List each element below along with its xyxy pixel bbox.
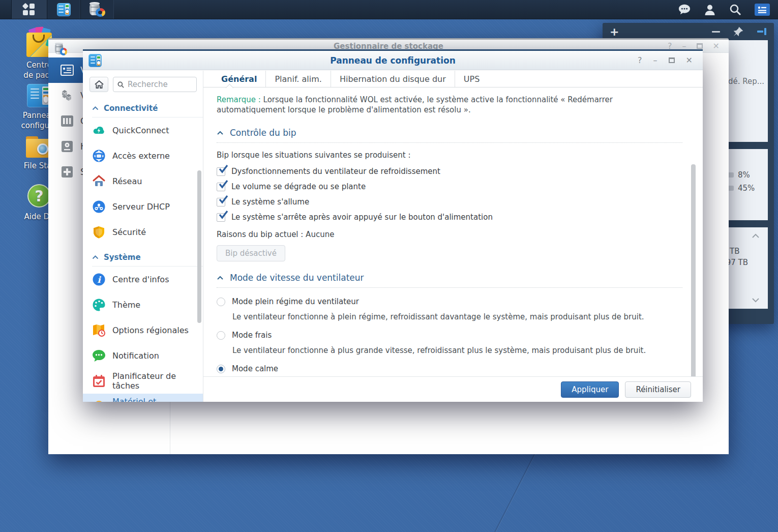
search-input[interactable] [128, 80, 192, 89]
control-panel-app-icon [88, 54, 102, 67]
search-box[interactable] [113, 77, 197, 92]
minimize-widgets-icon[interactable] [712, 31, 720, 33]
beep-checkbox-row[interactable]: Le système s'allume [217, 197, 682, 206]
tab-ups[interactable]: UPS [455, 71, 489, 87]
tab-power-schedule[interactable]: Planif. alim. [265, 71, 331, 87]
checkbox-checked[interactable] [217, 167, 225, 176]
collapse-icon [217, 276, 224, 280]
checkbox-label: Le volume se dégrade ou se plante [231, 182, 366, 191]
taskbar-control-panel-button[interactable] [47, 0, 80, 19]
close-icon[interactable]: ✕ [686, 56, 693, 65]
sidebar-item-theme[interactable]: Thème [83, 292, 203, 317]
quickconnect-icon [92, 124, 106, 137]
reset-button[interactable]: Réinitialiser [625, 381, 691, 398]
pin-icon[interactable] [732, 25, 744, 38]
section-connectivity[interactable]: Connectivité [83, 102, 203, 115]
home-button[interactable] [89, 77, 108, 92]
radio-label: Mode calme [232, 364, 278, 373]
dhcp-icon [92, 200, 106, 214]
cpu-percent: 8% [738, 170, 750, 180]
checkbox-checked[interactable] [217, 213, 225, 222]
sidebar-item-external-access[interactable]: Accès externe [83, 143, 203, 168]
widget-partial-text: dé. Rep... [728, 77, 764, 86]
main-menu-button[interactable] [11, 0, 47, 19]
beep-off-button[interactable]: Bip désactivé [217, 245, 285, 261]
help-icon[interactable]: ? [638, 56, 642, 65]
beep-checkbox-row[interactable]: Dysfonctionnements du ventilateur de ref… [217, 167, 682, 176]
user-icon[interactable] [704, 4, 716, 16]
chevron-up-icon[interactable] [752, 233, 760, 239]
widgets-toggle-button[interactable] [755, 4, 770, 16]
storage-size-1: TB [730, 247, 739, 256]
maximize-icon[interactable] [697, 43, 703, 49]
sidebar-item-notification[interactable]: Notification [83, 343, 203, 368]
collapse-icon [217, 131, 224, 135]
taskbar-storage-manager-button[interactable] [80, 0, 114, 19]
apply-button[interactable]: Appliquer [561, 381, 619, 398]
beep-checkbox-row[interactable]: Le volume se dégrade ou se plante [217, 182, 682, 191]
checkbox-label: Dysfonctionnements du ventilateur de ref… [231, 167, 440, 176]
notifications-icon[interactable] [678, 4, 691, 16]
sidebar-item-label: Serveur DHCP [112, 202, 170, 212]
fan-option-quiet[interactable]: Mode calme [217, 364, 682, 374]
sidebar-item-label: Matériel et alimentation [112, 397, 203, 402]
sidebar-item-label: Options régionales [112, 326, 189, 335]
add-widget-icon[interactable]: + [610, 25, 619, 38]
close-icon[interactable]: ✕ [713, 42, 720, 50]
panel-layout-icon[interactable] [757, 27, 767, 36]
wol-remark: Remarque : Lorsque la fonctionnalité WOL… [217, 95, 677, 115]
beep-reason: Raisons du bip actuel : Aucune [217, 230, 682, 239]
sidebar-item-security[interactable]: Sécurité [83, 219, 203, 245]
tab-label: Planif. alim. [275, 74, 322, 84]
chevron-down-icon[interactable] [752, 298, 760, 303]
checkbox-checked[interactable] [217, 198, 225, 206]
search-icon [117, 81, 124, 88]
network-icon [92, 174, 106, 188]
sidebar-scrollbar[interactable] [197, 170, 201, 323]
sidebar-item-task-scheduler[interactable]: Planificateur de tâches [83, 368, 203, 394]
fan-section-header[interactable]: Mode de vitesse du ventilateur [217, 273, 682, 283]
info-icon: i [92, 273, 106, 286]
sidebar-item-quickconnect[interactable]: QuickConnect [83, 117, 203, 143]
sidebar-item-label: Thème [112, 300, 140, 310]
fan-option-cool[interactable]: Mode frais [217, 330, 682, 340]
minimize-icon[interactable]: – [653, 56, 657, 65]
sidebar-item-info-center[interactable]: i Centre d'infos [83, 267, 203, 292]
beep-section-header[interactable]: Contrôle du bip [217, 128, 682, 138]
tab-general[interactable]: Général [213, 71, 265, 87]
section-system[interactable]: Système [83, 251, 203, 264]
tab-label: Hibernation du disque dur [340, 74, 446, 84]
sidebar-item-dhcp-server[interactable]: Serveur DHCP [83, 194, 203, 219]
sidebar-item-regional-options[interactable]: Options régionales [83, 317, 203, 343]
main-menu-icon [23, 4, 35, 16]
tab-hdd-hibernation[interactable]: Hibernation du disque dur [331, 71, 455, 87]
control-panel-titlebar[interactable]: Panneau de configuration ? – ✕ [83, 51, 703, 70]
search-icon[interactable] [729, 4, 741, 16]
home-icon [94, 80, 104, 89]
overview-icon [61, 65, 74, 76]
control-panel-window[interactable]: Panneau de configuration ? – ✕ [83, 49, 703, 402]
beep-checkbox-row[interactable]: Le système s'arrête après avoir appuyé s… [217, 213, 682, 222]
radio-selected[interactable] [217, 365, 225, 373]
checkbox-label: Le système s'arrête après avoir appuyé s… [231, 213, 493, 222]
fan-option-description: Le ventilateur fonctionne à plein régime… [232, 312, 682, 321]
desktop-wallpaper-seam [492, 446, 539, 532]
tab-label: UPS [464, 74, 480, 84]
radio-label: Mode frais [232, 331, 272, 340]
sidebar-item-network[interactable]: Réseau [83, 168, 203, 194]
content-scrollbar[interactable] [691, 164, 696, 393]
radio-unselected[interactable] [217, 331, 225, 340]
sidebar-item-hardware-power[interactable]: Matériel et alimentation [83, 394, 203, 402]
maximize-icon[interactable] [669, 57, 675, 63]
sidebar-item-label: Notification [112, 351, 159, 361]
remark-label: Remarque : [217, 95, 261, 104]
checkbox-checked[interactable] [217, 183, 225, 191]
radio-label: Mode plein régime du ventilateur [232, 297, 359, 306]
section-heading: Contrôle du bip [230, 128, 296, 138]
desktop: Centre de paqu Panneau configura File St… [0, 0, 778, 532]
hdd-icon [61, 140, 74, 153]
storage-manager-icon [89, 3, 105, 16]
radio-unselected[interactable] [217, 298, 225, 306]
fan-option-full-speed[interactable]: Mode plein régime du ventilateur [217, 297, 682, 307]
fan-option-description: Le ventilateur fonctionne à plus grande … [232, 346, 682, 355]
